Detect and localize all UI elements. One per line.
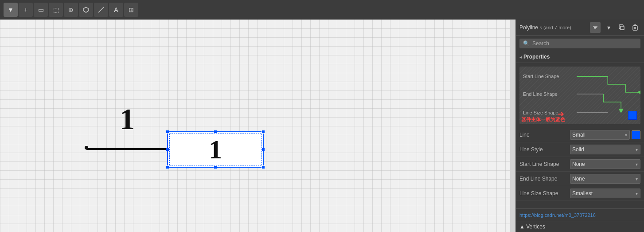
handle-tm[interactable] <box>214 130 217 134</box>
text-tool-button[interactable]: A <box>109 3 123 17</box>
select-tool-button[interactable]: ▼ <box>4 3 18 17</box>
svg-text:End Line Shape: End Line Shape <box>523 91 558 97</box>
svg-marker-0 <box>83 7 89 12</box>
svg-rect-5 <box>621 26 624 30</box>
handle-tr[interactable] <box>262 130 265 134</box>
digit-topleft: 1 <box>120 104 135 134</box>
search-icon: 🔍 <box>523 40 530 47</box>
line-dot <box>85 146 88 149</box>
line-control: Small Medium Large <box>570 130 640 140</box>
vertices-header[interactable]: ▲ Vertices <box>516 221 644 232</box>
preview-area: Start Line Shape End Line Shape Lin <box>519 67 640 124</box>
blue-color-swatch[interactable] <box>628 111 637 120</box>
footer-link[interactable]: https://blog.csdn.net/m0_37872216 <box>519 212 596 218</box>
handle-mr[interactable] <box>262 148 265 151</box>
annotation-arrow: ➜ <box>558 109 564 119</box>
line-size-shape-control: Smallest Small Medium Large <box>570 189 640 198</box>
svg-text:Line Size Shape: Line Size Shape <box>523 110 558 115</box>
right-sidebar: Polyline s (and 7 more) ▾ <box>515 20 644 232</box>
handle-bl[interactable] <box>166 165 169 169</box>
line-style-label: Line Style <box>519 146 568 153</box>
prop-row-start-line-shape: Start Line Shape None Arrow Diamond Circ… <box>516 157 644 172</box>
sidebar-subtitle: s (and 7 more) <box>539 25 571 30</box>
properties-label: Properties <box>523 54 550 60</box>
svg-text:Start Line Shape: Start Line Shape <box>523 74 559 79</box>
move-tool-button[interactable]: ⬚ <box>49 3 63 17</box>
line-select-wrapper: Small Medium Large <box>570 130 630 140</box>
start-line-shape-control: None Arrow Diamond Circle <box>570 159 640 169</box>
sidebar-footer: https://blog.csdn.net/m0_37872216 <box>516 208 644 221</box>
collapse-icon: ◂ <box>519 55 522 59</box>
line-style-control: Solid Dashed Dotted <box>570 145 640 154</box>
svg-line-1 <box>98 7 104 12</box>
handle-bm[interactable] <box>214 165 217 169</box>
filter-dropdown-button[interactable]: ▾ <box>603 22 614 33</box>
end-line-shape-select-wrapper: None Arrow Diamond Circle <box>570 174 640 184</box>
handle-ml[interactable] <box>166 148 169 151</box>
prop-row-line: Line Small Medium Large <box>516 128 644 142</box>
search-bar: 🔍 <box>519 39 640 48</box>
table-tool-button[interactable]: ⊞ <box>124 3 138 17</box>
digit-box: 1 <box>209 136 222 163</box>
sidebar-header: Polyline s (and 7 more) ▾ <box>516 20 644 36</box>
line-label: Line <box>519 132 568 138</box>
add-tool-button[interactable]: + <box>19 3 33 17</box>
vertical-scrollbar[interactable] <box>510 20 515 232</box>
properties-section: ◂ Properties Start Line Shape <box>516 51 644 208</box>
line-select[interactable]: Small Medium Large <box>570 130 630 140</box>
polygon-tool-button[interactable] <box>79 3 93 17</box>
start-line-shape-select-wrapper: None Arrow Diamond Circle <box>570 159 640 169</box>
connect-tool-button[interactable]: ⊕ <box>64 3 78 17</box>
canvas-content: 1 1 <box>0 20 515 232</box>
vertices-label: ▲ Vertices <box>519 224 545 230</box>
line-size-shape-select-wrapper: Smallest Small Medium Large <box>570 189 640 198</box>
svg-rect-6 <box>633 26 637 30</box>
toolbar: ▼ + ▭ ⬚ ⊕ A ⊞ <box>0 0 644 20</box>
rect-tool-button[interactable]: ▭ <box>34 3 48 17</box>
end-line-shape-select[interactable]: None Arrow Diamond Circle <box>570 174 640 184</box>
start-line-shape-select[interactable]: None Arrow Diamond Circle <box>570 159 640 169</box>
handle-tl[interactable] <box>166 130 169 134</box>
search-input[interactable] <box>532 40 637 47</box>
paste-style-button[interactable] <box>630 22 640 33</box>
prop-row-line-style: Line Style Solid Dashed Dotted <box>516 142 644 157</box>
copy-style-button[interactable] <box>617 22 627 33</box>
canvas-area[interactable]: 1 1 <box>0 20 515 232</box>
line-size-shape-label: Line Size Shape <box>519 190 568 197</box>
start-line-shape-label: Start Line Shape <box>519 161 568 167</box>
prop-row-line-size-shape: Line Size Shape Smallest Small Medium La… <box>516 186 644 201</box>
line-style-select-wrapper: Solid Dashed Dotted <box>570 145 640 154</box>
end-line-shape-label: End Line Shape <box>519 176 568 182</box>
end-line-shape-control: None Arrow Diamond Circle <box>570 174 640 184</box>
filter-button[interactable] <box>590 22 601 33</box>
horizontal-line <box>86 148 168 150</box>
prop-row-end-line-shape: End Line Shape None Arrow Diamond Circle <box>516 172 644 186</box>
properties-section-header[interactable]: ◂ Properties <box>516 51 644 63</box>
sidebar-title: Polyline s (and 7 more) <box>519 24 587 31</box>
handle-br[interactable] <box>262 165 265 169</box>
line-tool-button[interactable] <box>94 3 108 17</box>
line-size-shape-select[interactable]: Smallest Small Medium Large <box>570 189 640 198</box>
line-style-select[interactable]: Solid Dashed Dotted <box>570 145 640 154</box>
main-area: 1 1 Polyline <box>0 20 644 232</box>
selected-box[interactable]: 1 <box>167 131 264 168</box>
line-color-swatch[interactable] <box>632 130 640 139</box>
